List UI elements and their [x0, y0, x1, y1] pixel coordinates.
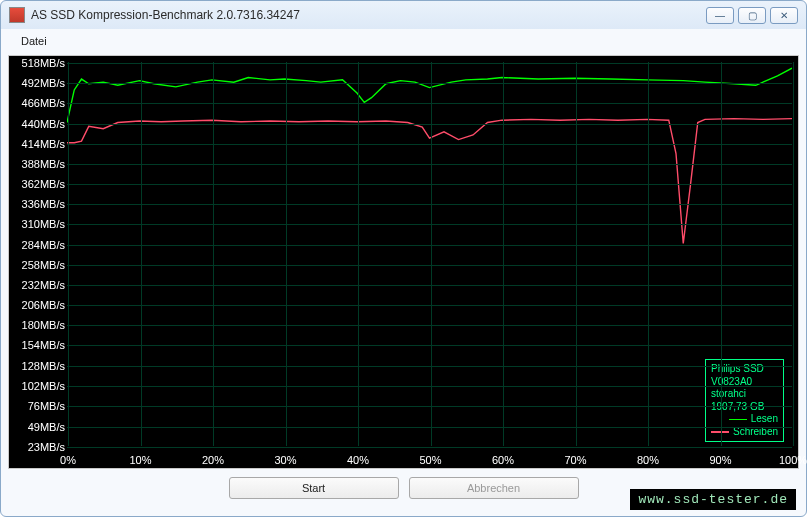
hgrid: [67, 406, 792, 407]
vgrid: [793, 62, 794, 446]
hgrid: [67, 305, 792, 306]
vgrid: [576, 62, 577, 446]
vgrid: [721, 62, 722, 446]
y-tick-label: 492MB/s: [11, 77, 65, 89]
hgrid: [67, 427, 792, 428]
y-tick-label: 466MB/s: [11, 97, 65, 109]
vgrid: [141, 62, 142, 446]
close-button[interactable]: ✕: [770, 7, 798, 24]
y-tick-label: 310MB/s: [11, 218, 65, 230]
hgrid: [67, 447, 792, 448]
hgrid: [67, 144, 792, 145]
x-tick-label: 40%: [347, 454, 369, 466]
menubar: Datei: [1, 29, 806, 51]
hgrid: [67, 366, 792, 367]
vgrid: [286, 62, 287, 446]
y-tick-label: 49MB/s: [11, 421, 65, 433]
chart-svg: [67, 62, 792, 446]
y-tick-label: 284MB/s: [11, 239, 65, 251]
window-buttons: — ▢ ✕: [706, 7, 798, 24]
x-tick-label: 10%: [129, 454, 151, 466]
vgrid: [648, 62, 649, 446]
hgrid: [67, 103, 792, 104]
y-tick-label: 258MB/s: [11, 259, 65, 271]
y-tick-label: 414MB/s: [11, 138, 65, 150]
y-tick-label: 206MB/s: [11, 299, 65, 311]
x-tick-label: 0%: [60, 454, 76, 466]
hgrid: [67, 325, 792, 326]
titlebar: AS SSD Kompression-Benchmark 2.0.7316.34…: [1, 1, 806, 29]
start-button[interactable]: Start: [229, 477, 399, 499]
y-tick-label: 76MB/s: [11, 400, 65, 412]
abort-button[interactable]: Abbrechen: [409, 477, 579, 499]
plot-region: Philips SSD V0823A0 storahci 1907,73 GB …: [67, 62, 792, 446]
hgrid: [67, 386, 792, 387]
x-tick-label: 90%: [709, 454, 731, 466]
x-tick-label: 50%: [419, 454, 441, 466]
vgrid: [431, 62, 432, 446]
watermark: www.ssd-tester.de: [630, 489, 796, 510]
vgrid: [358, 62, 359, 446]
app-window: AS SSD Kompression-Benchmark 2.0.7316.34…: [0, 0, 807, 517]
app-icon: [9, 7, 25, 23]
hgrid: [67, 245, 792, 246]
x-tick-label: 100%: [779, 454, 807, 466]
y-tick-label: 440MB/s: [11, 118, 65, 130]
menu-datei[interactable]: Datei: [15, 33, 53, 49]
y-tick-label: 336MB/s: [11, 198, 65, 210]
y-tick-label: 362MB/s: [11, 178, 65, 190]
hgrid: [67, 164, 792, 165]
y-tick-label: 388MB/s: [11, 158, 65, 170]
hgrid: [67, 184, 792, 185]
vgrid: [213, 62, 214, 446]
x-tick-label: 70%: [564, 454, 586, 466]
x-tick-label: 20%: [202, 454, 224, 466]
y-tick-label: 180MB/s: [11, 319, 65, 331]
hgrid: [67, 285, 792, 286]
chart-area: Philips SSD V0823A0 storahci 1907,73 GB …: [8, 55, 799, 469]
x-tick-label: 30%: [274, 454, 296, 466]
read-swatch: [729, 419, 747, 421]
x-tick-label: 80%: [637, 454, 659, 466]
hgrid: [67, 124, 792, 125]
hgrid: [67, 224, 792, 225]
series-Lesen: [67, 68, 792, 122]
x-tick-label: 60%: [492, 454, 514, 466]
hgrid: [67, 345, 792, 346]
y-tick-label: 23MB/s: [11, 441, 65, 453]
vgrid: [503, 62, 504, 446]
legend-box: Philips SSD V0823A0 storahci 1907,73 GB …: [705, 359, 784, 442]
y-tick-label: 128MB/s: [11, 360, 65, 372]
hgrid: [67, 204, 792, 205]
vgrid: [68, 62, 69, 446]
maximize-button[interactable]: ▢: [738, 7, 766, 24]
y-tick-label: 102MB/s: [11, 380, 65, 392]
y-tick-label: 154MB/s: [11, 339, 65, 351]
y-tick-label: 232MB/s: [11, 279, 65, 291]
minimize-button[interactable]: —: [706, 7, 734, 24]
hgrid: [67, 83, 792, 84]
legend-read-label: Lesen: [751, 413, 778, 426]
window-title: AS SSD Kompression-Benchmark 2.0.7316.34…: [31, 8, 706, 22]
hgrid: [67, 63, 792, 64]
y-tick-label: 518MB/s: [11, 57, 65, 69]
hgrid: [67, 265, 792, 266]
